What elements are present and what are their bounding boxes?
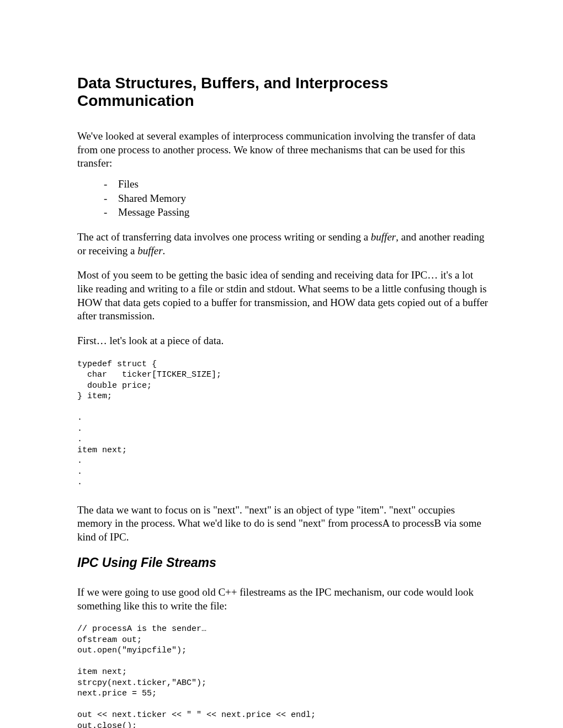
buffer-italic: buffer bbox=[371, 231, 396, 243]
bullet-dash: - bbox=[104, 177, 118, 191]
data-intro-paragraph: First… let's look at a piece of data. bbox=[77, 334, 488, 348]
list-item: - Shared Memory bbox=[104, 191, 488, 206]
text-span: The act of transferring data involves on… bbox=[77, 231, 371, 243]
bullet-dash: - bbox=[104, 191, 118, 206]
list-item-label: Files bbox=[118, 177, 139, 191]
page-title: Data Structures, Buffers, and Interproce… bbox=[77, 74, 488, 110]
buffer-italic: buffer bbox=[137, 245, 162, 256]
list-item: - Message Passing bbox=[104, 205, 488, 220]
list-item-label: Message Passing bbox=[118, 205, 189, 220]
ipc-explanation-paragraph: Most of you seem to be getting the basic… bbox=[77, 269, 488, 323]
list-item: - Files bbox=[104, 177, 488, 191]
next-explanation-paragraph: The data we want to focus on is "next". … bbox=[77, 504, 488, 544]
mechanism-list: - Files - Shared Memory - Message Passin… bbox=[77, 177, 488, 220]
bullet-dash: - bbox=[104, 205, 118, 220]
list-item-label: Shared Memory bbox=[118, 191, 186, 206]
buffer-paragraph: The act of transferring data involves on… bbox=[77, 231, 488, 258]
struct-code-block: typedef struct { char ticker[TICKER_SIZE… bbox=[77, 359, 488, 488]
intro-paragraph: We've looked at several examples of inte… bbox=[77, 130, 488, 170]
filestream-paragraph: If we were going to use good old C++ fil… bbox=[77, 586, 488, 613]
text-span: . bbox=[163, 245, 166, 256]
section-subtitle: IPC Using File Streams bbox=[77, 555, 488, 570]
sender-code-block: // processA is the sender… ofstream out;… bbox=[77, 624, 488, 728]
